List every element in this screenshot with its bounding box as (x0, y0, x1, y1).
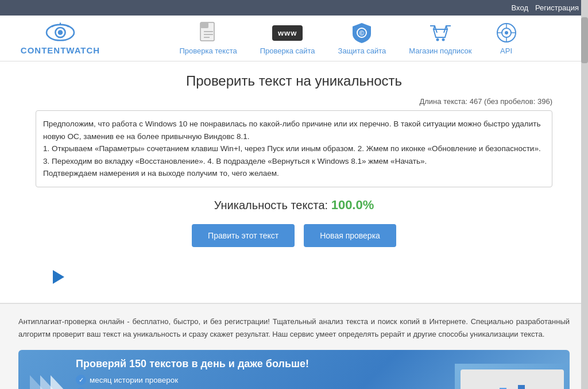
new-check-button[interactable]: Новая проверка (304, 224, 396, 247)
nav-shop[interactable]: Магазин подписок (409, 21, 471, 55)
login-link[interactable]: Вход (512, 3, 528, 12)
banner-image-inner (461, 369, 564, 389)
svg-point-13 (436, 38, 439, 41)
edit-text-button[interactable]: Править этот текст (192, 224, 295, 247)
nav-protect-site[interactable]: © Защита сайта (338, 21, 386, 55)
register-link[interactable]: Регистрация (535, 3, 579, 12)
page-title: Проверить текст на уникальность (36, 73, 552, 89)
logo-watch: WATCH (66, 45, 100, 55)
svg-point-19 (505, 31, 508, 34)
action-buttons: Править этот текст Новая проверка (36, 224, 552, 247)
nav-check-site[interactable]: www Проверка сайта (260, 21, 315, 55)
logo-content: CONTENT (21, 45, 67, 55)
svg-text:©: © (359, 29, 365, 37)
uniqueness-label: Уникальность текста: (214, 199, 328, 211)
scrollbar[interactable] (581, 0, 588, 389)
footer-section: Антиплагиат-проверка онлайн - бесплатно,… (0, 303, 588, 389)
logo[interactable]: CONTENT WATCH (17, 21, 103, 55)
promo-banner: Проверяй 150 текстов в день и даже больш… (18, 350, 570, 389)
nav-protect-site-label: Защита сайта (338, 47, 386, 55)
text-length-value: 467 (470, 97, 482, 106)
footer-description: Антиплагиат-проверка онлайн - бесплатно,… (18, 315, 570, 341)
check-icon-1: ✓ (76, 375, 86, 385)
api-icon (495, 21, 518, 44)
text-no-spaces: без пробелов: 396 (486, 97, 550, 106)
cursor-area (36, 264, 552, 291)
banner-arrows (18, 375, 67, 389)
logo-svg (43, 21, 78, 44)
text-length-info: Длина текста: 467 (без пробелов: 396) (36, 97, 552, 106)
banner-feature-1-text: месяц истории проверок (90, 376, 178, 384)
svg-rect-7 (200, 22, 208, 28)
logo-text: CONTENT WATCH (21, 45, 100, 55)
svg-point-2 (58, 30, 63, 35)
uniqueness-value: 100.0% (331, 198, 374, 212)
nav-check-text-label: Проверка текста (179, 47, 237, 55)
basket-icon (429, 21, 452, 44)
main-content: Проверить текст на уникальность Длина те… (18, 61, 570, 303)
nav-check-site-label: Проверка сайта (260, 47, 315, 55)
www-icon: www (276, 21, 299, 44)
banner-image (455, 364, 570, 389)
cursor-arrow-icon (53, 270, 64, 284)
banner-feature-1: ✓ месяц истории проверок (76, 375, 446, 385)
top-bar: Вход Регистрация (0, 0, 588, 16)
scrollbar-thumb[interactable] (581, 17, 588, 63)
main-nav: Проверка текста www Проверка сайта © Защ… (126, 21, 571, 55)
document-icon (197, 21, 220, 44)
banner-features: ✓ месяц истории проверок ✓ без рекламы (76, 375, 446, 389)
nav-api-label: API (500, 47, 512, 55)
text-content-box: Предположим, что работа с Windows 10 не … (36, 110, 552, 187)
nav-shop-label: Магазин подписок (409, 47, 471, 55)
uniqueness-row: Уникальность текста: 100.0% (36, 198, 552, 213)
banner-content: Проверяй 150 текстов в день и даже больш… (67, 350, 455, 389)
header: CONTENT WATCH Проверка текста www (0, 16, 588, 61)
nav-api[interactable]: API (495, 21, 518, 55)
text-length-label: Длина текста: (419, 97, 467, 106)
banner-arrow-3 (51, 375, 67, 389)
shield-icon: © (350, 21, 373, 44)
nav-check-text[interactable]: Проверка текста (179, 21, 237, 55)
svg-point-14 (442, 38, 444, 41)
banner-title: Проверяй 150 текстов в день и даже больш… (76, 358, 446, 370)
